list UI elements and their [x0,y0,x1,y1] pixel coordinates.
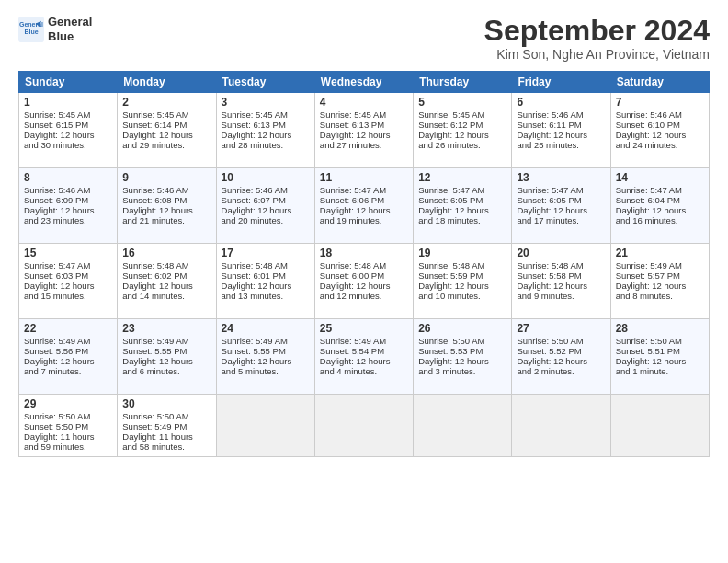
day-info-line: Daylight: 12 hours [418,205,506,215]
day-info-line: Sunset: 5:51 PM [616,346,704,356]
day-info-line: and 17 minutes. [517,215,605,225]
weekday-header-friday: Friday [512,72,610,93]
calendar-cell: 24Sunrise: 5:49 AMSunset: 5:55 PMDayligh… [216,319,314,395]
title-block: September 2024 Kim Son, Nghe An Province… [484,15,710,62]
day-info-line: Daylight: 11 hours [122,431,210,442]
calendar-cell: 2Sunrise: 5:45 AMSunset: 6:14 PMDaylight… [118,93,216,168]
day-info-line: and 23 minutes. [24,215,112,225]
day-info-line: and 59 minutes. [24,442,112,452]
calendar-cell: 29Sunrise: 5:50 AMSunset: 5:50 PMDayligh… [19,395,118,457]
calendar-cell: 25Sunrise: 5:49 AMSunset: 5:54 PMDayligh… [314,319,413,395]
day-info-line: Sunrise: 5:47 AM [418,185,506,195]
day-info-line: and 21 minutes. [122,215,210,225]
day-info-line: Sunset: 6:12 PM [418,120,506,130]
day-info-line: Sunset: 6:03 PM [24,270,112,281]
day-info-line: Sunrise: 5:48 AM [418,260,506,270]
day-info-line: Sunrise: 5:48 AM [517,260,605,270]
calendar-cell: 17Sunrise: 5:48 AMSunset: 6:01 PMDayligh… [216,244,314,319]
day-info-line: and 18 minutes. [418,215,506,225]
day-info-line: and 12 minutes. [320,291,408,301]
day-info-line: Daylight: 12 hours [616,356,704,366]
day-info-line: and 16 minutes. [616,215,704,225]
weekday-header-wednesday: Wednesday [314,72,413,93]
day-info-line: Daylight: 12 hours [320,205,408,215]
day-info-line: Sunrise: 5:46 AM [517,109,605,120]
day-number: 26 [418,322,506,335]
day-number: 11 [320,171,408,184]
day-info-line: Sunset: 6:07 PM [222,195,310,205]
day-info-line: Sunset: 5:52 PM [517,346,605,356]
day-info-line: Sunrise: 5:49 AM [320,336,408,346]
calendar-cell: 27Sunrise: 5:50 AMSunset: 5:52 PMDayligh… [512,319,610,395]
day-info-line: Daylight: 12 hours [616,281,704,291]
day-info-line: Daylight: 12 hours [418,356,506,366]
day-info-line: Sunset: 6:09 PM [24,195,112,205]
day-info-line: Sunset: 5:54 PM [320,346,408,356]
day-info-line: Sunrise: 5:50 AM [517,336,605,346]
week-row-3: 15Sunrise: 5:47 AMSunset: 6:03 PMDayligh… [19,244,710,319]
calendar-cell: 15Sunrise: 5:47 AMSunset: 6:03 PMDayligh… [19,244,118,319]
calendar-cell: 18Sunrise: 5:48 AMSunset: 6:00 PMDayligh… [314,244,413,319]
day-info-line: Sunrise: 5:48 AM [320,260,408,270]
day-info-line: Sunrise: 5:47 AM [24,260,112,270]
day-info-line: Sunrise: 5:50 AM [616,336,704,346]
day-info-line: Sunset: 5:50 PM [24,421,112,431]
calendar-cell: 30Sunrise: 5:50 AMSunset: 5:49 PMDayligh… [118,395,216,457]
day-number: 28 [616,322,704,335]
calendar-cell: 19Sunrise: 5:48 AMSunset: 5:59 PMDayligh… [414,244,512,319]
day-info-line: Daylight: 12 hours [517,205,605,215]
day-info-line: and 4 minutes. [320,366,408,376]
day-info-line: and 15 minutes. [24,291,112,301]
day-info-line: Daylight: 12 hours [122,205,210,215]
day-info-line: Sunrise: 5:45 AM [222,109,310,120]
day-info-line: Sunrise: 5:50 AM [122,411,210,421]
day-info-line: Sunrise: 5:50 AM [24,411,112,421]
day-info-line: Sunset: 5:49 PM [122,421,210,431]
day-info-line: Daylight: 12 hours [517,356,605,366]
day-info-line: and 20 minutes. [222,215,310,225]
day-info-line: Daylight: 12 hours [517,281,605,291]
day-info-line: Sunrise: 5:47 AM [320,185,408,195]
day-number: 27 [517,322,605,335]
day-info-line: Daylight: 12 hours [24,130,112,140]
day-info-line: Sunset: 6:06 PM [320,195,408,205]
calendar-cell: 4Sunrise: 5:45 AMSunset: 6:13 PMDaylight… [314,93,413,168]
day-info-line: and 25 minutes. [517,140,605,150]
day-number: 9 [122,171,210,184]
day-info-line: Sunset: 5:57 PM [616,270,704,281]
calendar-cell [314,395,413,457]
day-info-line: Sunrise: 5:49 AM [616,260,704,270]
day-info-line: and 10 minutes. [418,291,506,301]
day-number: 8 [24,171,112,184]
calendar: SundayMondayTuesdayWednesdayThursdayFrid… [18,71,710,457]
weekday-header-monday: Monday [118,72,216,93]
day-info-line: Sunrise: 5:45 AM [418,109,506,120]
day-info-line: Sunrise: 5:46 AM [24,185,112,195]
day-info-line: and 3 minutes. [418,366,506,376]
day-info-line: and 7 minutes. [24,366,112,376]
day-info-line: Daylight: 12 hours [122,130,210,140]
day-info-line: Daylight: 12 hours [517,130,605,140]
calendar-cell: 20Sunrise: 5:48 AMSunset: 5:58 PMDayligh… [512,244,610,319]
day-number: 30 [122,397,210,410]
day-info-line: Daylight: 12 hours [122,281,210,291]
day-info-line: and 58 minutes. [122,442,210,452]
day-number: 14 [616,171,704,184]
day-number: 18 [320,247,408,259]
day-info-line: Sunrise: 5:45 AM [320,109,408,120]
calendar-cell: 5Sunrise: 5:45 AMSunset: 6:12 PMDaylight… [414,93,512,168]
calendar-cell: 6Sunrise: 5:46 AMSunset: 6:11 PMDaylight… [512,93,610,168]
day-info-line: Sunset: 6:15 PM [24,120,112,130]
day-info-line: Sunset: 6:13 PM [320,120,408,130]
day-number: 25 [320,322,408,335]
day-info-line: Sunrise: 5:49 AM [122,336,210,346]
calendar-cell: 11Sunrise: 5:47 AMSunset: 6:06 PMDayligh… [314,168,413,244]
day-number: 13 [517,171,605,184]
day-info-line: and 26 minutes. [418,140,506,150]
day-info-line: Sunset: 5:58 PM [517,270,605,281]
calendar-cell: 10Sunrise: 5:46 AMSunset: 6:07 PMDayligh… [216,168,314,244]
day-number: 20 [517,247,605,259]
day-number: 3 [222,96,310,109]
day-info-line: Sunset: 6:10 PM [616,120,704,130]
day-info-line: Daylight: 12 hours [616,205,704,215]
